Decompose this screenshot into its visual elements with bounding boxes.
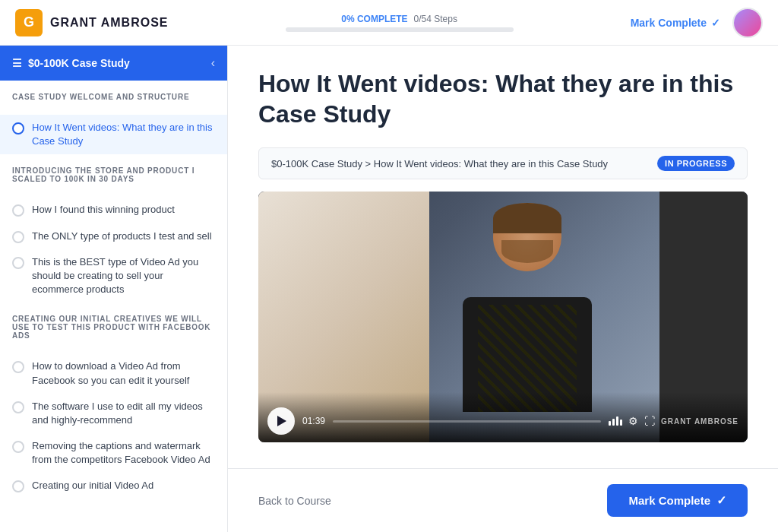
brand-name: GRANT AMBROSE: [50, 16, 169, 30]
mark-complete-button[interactable]: Mark Complete ✓: [607, 484, 748, 517]
item-4-text: This is the BEST type of Video Ad you sh…: [32, 255, 215, 297]
avatar[interactable]: [732, 8, 763, 38]
fullscreen-icon[interactable]: ⛶: [644, 415, 655, 427]
sidebar-section-2: INTRODUCING THE STORE AND PRODUCT I SCAL…: [0, 154, 227, 197]
breadcrumb-lesson: How It Went videos: What they are in thi…: [374, 158, 608, 169]
video-watermark: GRANT AMBROSE: [661, 417, 738, 426]
sidebar-collapse-icon[interactable]: ‹: [211, 56, 215, 70]
sidebar-item-7[interactable]: Removing the captions and watermark from…: [0, 433, 227, 473]
sidebar-section-1: CASE STUDY WELCOME AND STRUCTURE: [0, 81, 227, 115]
item-8-circle: [12, 480, 24, 492]
video-person-beard: [501, 240, 553, 263]
breadcrumb: $0-100K Case Study > How It Went videos:…: [271, 158, 608, 169]
bar-1: [609, 421, 611, 426]
sidebar-item-4[interactable]: This is the BEST type of Video Ad you sh…: [0, 249, 227, 303]
logo-area: G GRANT AMBROSE: [15, 9, 169, 36]
header-right: Mark Complete ✓: [631, 8, 763, 38]
checkmark-icon: ✓: [711, 17, 720, 29]
video-player[interactable]: 01:39 ⚙ ⛶ GRANT AMBROSE: [258, 192, 748, 442]
sidebar-section-3: CREATING OUR INITIAL CREATIVES WE WILL U…: [0, 302, 227, 353]
item-4-circle: [12, 257, 24, 269]
sidebar-item-6[interactable]: The software I use to edit all my videos…: [0, 394, 227, 433]
item-3-text: The ONLY type of products I test and sel…: [32, 230, 212, 243]
item-2-circle: [12, 204, 24, 217]
main-layout: ☰ $0-100K Case Study ‹ CASE STUDY WELCOM…: [0, 46, 778, 532]
item-1-text: How It Went videos: What they are in thi…: [32, 121, 215, 148]
bar-2: [612, 419, 615, 426]
breadcrumb-separator: >: [365, 158, 374, 169]
item-7-circle: [12, 441, 24, 453]
check-icon: ✓: [716, 493, 726, 508]
item-5-circle: [12, 361, 24, 373]
video-controls-right: ⚙ ⛶ GRANT AMBROSE: [609, 415, 738, 427]
item-8-text: Creating our initial Video Ad: [32, 479, 153, 492]
breadcrumb-course: $0-100K Case Study: [271, 158, 362, 169]
video-controls: 01:39 ⚙ ⛶ GRANT AMBROSE: [258, 392, 748, 442]
sidebar-item-5[interactable]: How to download a Video Ad from Facebook…: [0, 353, 227, 393]
item-2-text: How I found this winning product: [32, 203, 175, 217]
mark-complete-header-label: Mark Complete: [631, 17, 707, 29]
progress-section: 0% COMPLETE 0/54 Steps: [286, 14, 514, 32]
play-button[interactable]: [267, 407, 295, 435]
section-1-title: CASE STUDY WELCOME AND STRUCTURE: [12, 93, 215, 101]
sidebar-item-8[interactable]: Creating our initial Video Ad: [0, 473, 227, 499]
item-7-text: Removing the captions and watermark from…: [32, 439, 215, 467]
breadcrumb-bar: $0-100K Case Study > How It Went videos:…: [258, 147, 748, 179]
progress-info: 0% COMPLETE 0/54 Steps: [341, 14, 457, 24]
back-to-course-button[interactable]: Back to Course: [258, 495, 331, 507]
progress-steps: 0/54 Steps: [414, 14, 457, 24]
volume-icon[interactable]: [609, 416, 622, 426]
sidebar: ☰ $0-100K Case Study ‹ CASE STUDY WELCOM…: [0, 46, 228, 532]
lesson-title: How It Went videos: What they are in thi…: [258, 68, 748, 129]
section-2-title: INTRODUCING THE STORE AND PRODUCT I SCAL…: [12, 166, 215, 183]
sidebar-header: ☰ $0-100K Case Study ‹: [0, 46, 227, 81]
video-timestamp: 01:39: [302, 416, 325, 426]
lesson-content: How It Went videos: What they are in thi…: [228, 46, 778, 468]
item-5-text: How to download a Video Ad from Facebook…: [32, 359, 215, 387]
video-person-area: [381, 192, 674, 412]
play-icon: [277, 416, 286, 426]
header: G GRANT AMBROSE 0% COMPLETE 0/54 Steps M…: [0, 0, 778, 46]
item-3-circle: [12, 231, 24, 243]
sidebar-course-title: $0-100K Case Study: [28, 57, 130, 69]
section-3-title: CREATING OUR INITIAL CREATIVES WE WILL U…: [12, 315, 215, 340]
item-6-circle: [12, 401, 24, 413]
list-icon: ☰: [12, 57, 22, 69]
video-person-hair: [493, 203, 561, 233]
sidebar-item-2[interactable]: How I found this winning product: [0, 197, 227, 223]
settings-icon[interactable]: ⚙: [628, 415, 638, 427]
avatar-image: [734, 9, 761, 36]
video-progress-bar[interactable]: [333, 420, 601, 423]
sidebar-title-area: ☰ $0-100K Case Study: [12, 57, 130, 69]
brand-logo-icon: G: [15, 9, 43, 36]
bottom-actions: Back to Course Mark Complete ✓: [228, 468, 778, 532]
bar-3: [616, 416, 618, 426]
status-badge: IN PROGRESS: [657, 156, 735, 171]
item-1-circle: [12, 122, 24, 135]
item-6-text: The software I use to edit all my videos…: [32, 400, 215, 427]
mark-complete-label: Mark Complete: [628, 494, 710, 507]
sidebar-item-1[interactable]: How It Went videos: What they are in thi…: [0, 115, 227, 154]
bar-4: [620, 420, 622, 426]
mark-complete-header-button[interactable]: Mark Complete ✓: [631, 17, 720, 29]
progress-bar-container: [286, 27, 514, 32]
sidebar-item-3[interactable]: The ONLY type of products I test and sel…: [0, 223, 227, 249]
progress-percent: 0% COMPLETE: [341, 14, 407, 24]
